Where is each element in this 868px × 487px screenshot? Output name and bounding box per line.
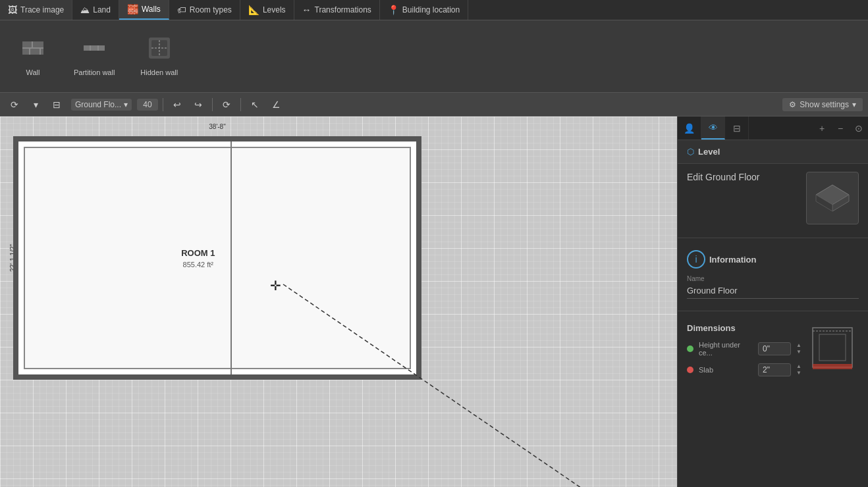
panel-tab-layers[interactable]: ⊟ — [725, 116, 749, 140]
hidden-wall-tool-label: Hidden wall — [140, 68, 178, 76]
panel-tab-eye[interactable]: 👁 — [701, 116, 725, 140]
svg-rect-1 — [22, 41, 32, 47]
svg-rect-18 — [813, 328, 852, 367]
move-cursor[interactable]: ✛ — [270, 278, 281, 294]
dimensions-section: Dimensions Height under ce... — [678, 317, 868, 390]
nav-land-label: Land — [93, 5, 111, 14]
redo-button[interactable]: ↪ — [189, 96, 207, 113]
interior-wall-line — [231, 141, 232, 374]
main-area: ↖ 38'-8" 23'-5 1/2" 22'-1 1/2" ROOM 1 85… — [0, 116, 868, 487]
slab-field-wrap: Slab 2" ▲ ▼ — [699, 363, 803, 376]
information-section: i Information Name — [678, 244, 868, 305]
info-icon: i — [695, 254, 697, 265]
slab-dot — [687, 367, 693, 373]
panel-fit-button[interactable]: ⊙ — [850, 119, 868, 138]
panel-divider-2 — [678, 311, 868, 311]
nav-levels-label: Levels — [263, 5, 286, 14]
svg-rect-9 — [99, 45, 105, 51]
edit-floor-title: Edit Ground Floor — [687, 172, 793, 182]
height-decrement-button[interactable]: ▼ — [795, 349, 803, 355]
floor-selector-label: Ground Flo... — [75, 100, 121, 109]
panel-zoom-in-button[interactable]: + — [813, 119, 831, 138]
sync-button[interactable]: ⟳ — [5, 96, 24, 113]
nav-levels[interactable]: 📐 Levels — [240, 0, 294, 20]
nav-room-types[interactable]: 🏷 Room types — [169, 0, 240, 20]
slab-value: 2" — [763, 365, 770, 374]
height-field-label: Height under ce... — [699, 341, 755, 357]
room-label: ROOM 1 855.42 ft² — [181, 248, 215, 269]
slab-stepper[interactable]: ▲ ▼ — [795, 363, 803, 376]
nav-transformations-label: Transformations — [315, 5, 371, 14]
separator-1 — [163, 98, 163, 111]
height-field-wrap: Height under ce... 0" ▲ ▼ — [699, 341, 803, 357]
nav-building-location[interactable]: 📍 Building location — [380, 0, 468, 20]
panel-tabs: 👤 👁 ⊟ + − ⊙ — [678, 116, 868, 140]
floor-plan: 38'-8" 23'-5 1/2" 22'-1 1/2" ROOM 1 855.… — [13, 136, 421, 380]
name-field-input[interactable] — [687, 284, 859, 299]
nav-walls[interactable]: 🧱 Walls — [119, 0, 169, 20]
arrow-down-button[interactable]: ▾ — [26, 96, 45, 113]
nav-room-types-label: Room types — [190, 5, 232, 14]
trace-image-icon: 🖼 — [8, 5, 17, 15]
level-tab-label: Level — [698, 147, 720, 157]
toolbar: Wall Partition wall Hidden wall — [0, 20, 868, 93]
panel-zoom-out-button[interactable]: − — [831, 119, 850, 138]
height-under-ceiling-row: Height under ce... 0" ▲ ▼ — [687, 341, 803, 357]
svg-rect-8 — [91, 45, 97, 51]
name-field-label: Name — [687, 275, 859, 282]
room-name: ROOM 1 — [181, 248, 215, 258]
slab-decrement-button[interactable]: ▼ — [795, 370, 803, 376]
svg-rect-19 — [819, 334, 846, 361]
nav-trace-image-label: Trace image — [20, 5, 64, 14]
transformations-icon: ↔ — [302, 5, 312, 15]
nav-building-location-label: Building location — [402, 5, 460, 14]
nav-walls-label: Walls — [142, 5, 161, 14]
wall-tool-label: Wall — [26, 68, 40, 76]
building-location-icon: 📍 — [388, 5, 399, 15]
separator-2 — [212, 98, 213, 111]
canvas-area[interactable]: ↖ 38'-8" 23'-5 1/2" 22'-1 1/2" ROOM 1 85… — [0, 116, 677, 487]
height-value: 0" — [763, 344, 770, 353]
nav-transformations[interactable]: ↔ Transformations — [294, 0, 380, 20]
secondary-toolbar: ⟳ ▾ ⊟ Ground Flo... ▾ 40 ↩ ↪ ⟳ ↖ ∠ ⚙ Sho… — [0, 93, 868, 116]
svg-rect-3 — [22, 49, 29, 55]
height-value-box: 0" — [758, 342, 791, 355]
slab-row: Slab 2" ▲ ▼ — [687, 363, 803, 376]
svg-rect-7 — [84, 45, 90, 51]
wall-tool-button[interactable]: Wall — [10, 31, 56, 82]
height-dot — [687, 346, 693, 352]
hidden-wall-tool-button[interactable]: Hidden wall — [132, 31, 186, 82]
floor-inner-wall: ROOM 1 855.42 ft² — [24, 147, 411, 369]
show-settings-label: Show settings — [800, 100, 849, 109]
height-stepper[interactable]: ▲ ▼ — [795, 342, 803, 355]
slab-value-box: 2" — [758, 363, 791, 376]
panel-divider-1 — [678, 238, 868, 238]
show-settings-button[interactable]: ⚙ Show settings ▾ — [782, 98, 863, 111]
top-nav: 🖼 Trace image ⛰ Land 🧱 Walls 🏷 Room type… — [0, 0, 868, 20]
level-tab: ⬡ Level — [678, 140, 868, 164]
floor-outer-wall: ROOM 1 855.42 ft² — [13, 136, 421, 380]
hidden-wall-tool-icon — [148, 36, 171, 64]
partition-wall-tool-button[interactable]: Partition wall — [66, 31, 122, 82]
height-increment-button[interactable]: ▲ — [795, 342, 803, 349]
floor-selector[interactable]: Ground Flo... ▾ — [71, 99, 132, 111]
partition-wall-tool-label: Partition wall — [74, 68, 115, 76]
land-icon: ⛰ — [80, 5, 90, 15]
edit-floor-section: Edit Ground Floor — [678, 164, 868, 232]
settings-icon: ⚙ — [789, 100, 796, 109]
angle-button[interactable]: ∠ — [267, 96, 285, 113]
nav-land[interactable]: ⛰ Land — [72, 0, 119, 20]
pointer-button[interactable]: ↖ — [246, 96, 264, 113]
slab-field-label: Slab — [699, 366, 755, 374]
info-icon-circle[interactable]: i — [687, 250, 705, 269]
nav-trace-image[interactable]: 🖼 Trace image — [0, 0, 72, 20]
undo-button[interactable]: ↩ — [168, 96, 186, 113]
zoom-level: 40 — [137, 99, 158, 111]
slab-increment-button[interactable]: ▲ — [795, 363, 803, 370]
refresh-button[interactable]: ⟳ — [217, 96, 236, 113]
panel-tab-person[interactable]: 👤 — [678, 116, 701, 140]
floor-plan-view-button[interactable]: ⊟ — [47, 96, 66, 113]
wall-tool-icon — [21, 36, 45, 64]
info-header: i Information — [687, 250, 859, 269]
name-field-group: Name — [687, 275, 859, 299]
